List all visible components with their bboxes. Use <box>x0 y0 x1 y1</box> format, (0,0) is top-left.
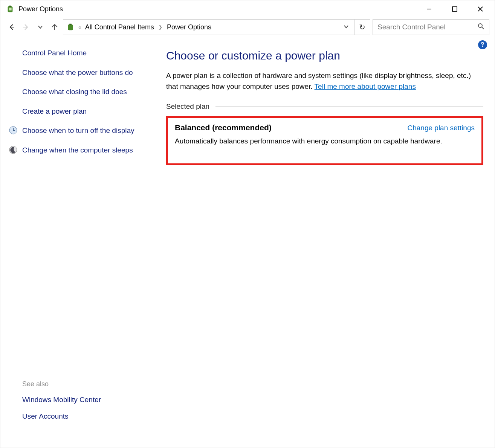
window-title: Power Options <box>18 5 63 13</box>
svg-rect-2 <box>452 7 457 11</box>
help-icon[interactable]: ? <box>478 40 487 49</box>
tell-me-more-link[interactable]: Tell me more about power plans <box>315 82 416 90</box>
forward-button[interactable] <box>20 21 32 33</box>
plan-name: Balanced (recommended) <box>175 123 272 132</box>
see-also-mobility-center[interactable]: Windows Mobility Center <box>22 396 144 404</box>
nav-link-computer-sleeps[interactable]: Change when the computer sleeps <box>22 145 144 155</box>
clock-icon <box>9 126 18 135</box>
see-also-header: See also <box>22 380 144 388</box>
see-also-user-accounts[interactable]: User Accounts <box>22 412 144 421</box>
refresh-button[interactable]: ↻ <box>354 19 370 35</box>
recent-locations-button[interactable] <box>34 21 46 33</box>
selected-plan-box: Balanced (recommended) Change plan setti… <box>166 116 483 165</box>
page-heading: Choose or customize a power plan <box>166 49 483 62</box>
chevron-right-icon[interactable]: ❯ <box>156 24 165 30</box>
location-icon <box>66 22 75 32</box>
moon-icon <box>9 145 18 154</box>
address-bar[interactable]: « All Control Panel Items ❯ Power Option… <box>63 19 354 35</box>
title-bar: Power Options <box>0 0 495 18</box>
breadcrumb-item-1[interactable]: All Control Panel Items <box>84 23 155 31</box>
page-description: A power plan is a collection of hardware… <box>166 70 483 92</box>
breadcrumb-overflow[interactable]: « <box>77 24 83 30</box>
nav-link-label: Choose when to turn off the display <box>22 126 134 134</box>
change-plan-settings-link[interactable]: Change plan settings <box>407 124 475 132</box>
breadcrumb-item-2[interactable]: Power Options <box>166 23 212 31</box>
nav-link-create-plan[interactable]: Create a power plan <box>22 106 144 117</box>
search-box[interactable]: Search Control Panel <box>373 19 489 35</box>
toolbar: « All Control Panel Items ❯ Power Option… <box>0 18 495 37</box>
nav-link-closing-lid[interactable]: Choose what closing the lid does <box>22 87 144 97</box>
svg-point-9 <box>478 24 482 27</box>
svg-line-10 <box>482 27 484 29</box>
svg-rect-0 <box>9 6 11 7</box>
divider <box>215 107 483 107</box>
power-options-icon <box>6 5 15 14</box>
plan-description: Automatically balances performance with … <box>175 136 475 147</box>
minimize-button[interactable] <box>416 1 442 17</box>
section-label: Selected plan <box>166 102 209 111</box>
close-button[interactable] <box>468 1 493 17</box>
control-panel-home-link[interactable]: Control Panel Home <box>22 48 144 58</box>
nav-link-label: Change when the computer sleeps <box>22 146 133 154</box>
back-button[interactable] <box>6 21 18 33</box>
svg-rect-8 <box>69 24 72 25</box>
left-navigation: Control Panel Home Choose what the power… <box>0 37 151 448</box>
address-dropdown-button[interactable] <box>341 23 352 31</box>
main-content: Choose or customize a power plan A power… <box>151 37 495 448</box>
up-button[interactable] <box>49 21 61 33</box>
maximize-button[interactable] <box>442 1 468 17</box>
nav-link-power-buttons[interactable]: Choose what the power buttons do <box>22 67 144 78</box>
nav-link-display-off[interactable]: Choose when to turn off the display <box>22 125 144 136</box>
search-icon <box>478 23 484 32</box>
section-header: Selected plan <box>166 102 483 111</box>
search-placeholder: Search Control Panel <box>377 23 474 31</box>
